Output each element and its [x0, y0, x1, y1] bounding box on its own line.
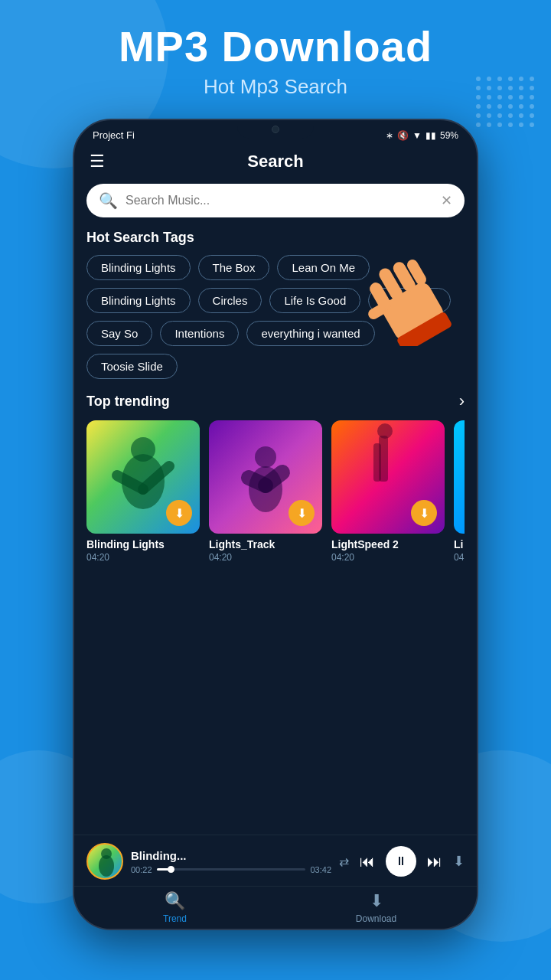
search-bar[interactable]: 🔍 ✕ [86, 184, 465, 217]
tags-grid: Blinding Lights The Box Lean On Me Blind… [86, 255, 465, 379]
bluetooth-icon: ∗ [386, 130, 393, 141]
trending-header: Top trending › [86, 391, 465, 411]
content-area: Hot Search Tags Blinding Lights The Box … [74, 230, 477, 563]
play-pause-button[interactable]: ⏸ [386, 846, 416, 877]
player-download-button[interactable]: ⬇ [453, 853, 465, 870]
vibrate-icon: 🔇 [397, 130, 409, 141]
tag-adore-you[interactable]: Adore You [368, 288, 450, 313]
app-sub-title: Hot Mp3 Search [31, 75, 520, 99]
progress-fill [157, 868, 171, 871]
trending-duration-2: 04:20 [209, 552, 322, 563]
download-label: Download [356, 913, 396, 924]
trending-name-1: Blinding Lights [86, 538, 200, 550]
tag-say-so[interactable]: Say So [86, 321, 152, 346]
wifi-icon: ▼ [412, 130, 422, 141]
player-main: Blinding... 00:22 03:42 ⇄ ⏮ ⏸ ⏭ ⬇ [86, 843, 465, 880]
download-btn-1[interactable]: ⬇ [166, 500, 192, 526]
trend-icon: 🔍 [165, 891, 185, 911]
trending-thumb-3: ⬇ [331, 420, 445, 534]
svg-rect-16 [373, 443, 381, 482]
trending-duration-1: 04:20 [86, 552, 200, 563]
signal-icon: ▮▮ [425, 130, 436, 141]
download-icon: ⬇ [370, 891, 383, 911]
trending-thumb-1: ⬇ [86, 420, 200, 534]
player-info: Blinding... 00:22 03:42 [131, 849, 331, 874]
prev-button[interactable]: ⏮ [360, 853, 375, 871]
status-icons: ∗ 🔇 ▼ ▮▮ 59% [386, 130, 458, 141]
app-main-title: MP3 Download [31, 23, 520, 70]
svg-line-14 [266, 472, 282, 485]
tag-circles[interactable]: Circles [198, 288, 262, 313]
hot-tags-title: Hot Search Tags [86, 230, 465, 246]
tag-toosie-slide[interactable]: Toosie Slide [86, 354, 178, 379]
trending-duration-4: 04:20 [454, 552, 465, 563]
search-input[interactable] [126, 194, 433, 207]
shuffle-button[interactable]: ⇄ [339, 854, 349, 869]
player-album-art [86, 843, 123, 880]
svg-point-17 [377, 423, 393, 439]
trending-card-4[interactable]: ⬇ Li 04:20 [454, 420, 465, 563]
trending-card-3[interactable]: ⬇ LightSpeed 2 04:20 [331, 420, 445, 563]
progress-bar[interactable] [157, 868, 306, 871]
tag-life-is-good[interactable]: Life Is Good [269, 288, 360, 313]
next-button[interactable]: ⏭ [427, 853, 442, 871]
svg-point-19 [101, 848, 112, 859]
page-title: Search [247, 152, 303, 172]
trending-thumb-4: ⬇ [454, 420, 465, 534]
tag-blinding-lights-1[interactable]: Blinding Lights [86, 255, 191, 280]
tag-everything-i-wanted[interactable]: everything i wanted [246, 321, 374, 346]
nav-download[interactable]: ⬇ Download [276, 887, 477, 929]
trending-title: Top trending [86, 394, 170, 410]
tag-blinding-lights-2[interactable]: Blinding Lights [86, 288, 191, 313]
trending-more-button[interactable]: › [459, 391, 465, 411]
trending-card-2[interactable]: ⬇ Lights_Track 04:20 [209, 420, 322, 563]
trending-duration-3: 04:20 [331, 552, 445, 563]
trending-name-3: LightSpeed 2 [331, 538, 445, 550]
tag-intentions[interactable]: Intentions [160, 321, 239, 346]
trending-list: ⬇ Blinding Lights 04:20 ⬇ Lights_Track [86, 420, 465, 563]
download-btn-3[interactable]: ⬇ [411, 500, 437, 526]
total-time: 03:42 [310, 865, 331, 874]
progress-dot [168, 866, 174, 873]
app-bar: ☰ Search [74, 145, 477, 181]
trending-thumb-2: ⬇ [209, 420, 322, 534]
player-controls: ⇄ ⏮ ⏸ ⏭ ⬇ [339, 846, 465, 877]
current-time: 00:22 [131, 865, 152, 874]
phone-frame: Project Fi ∗ 🔇 ▼ ▮▮ 59% ☰ Search 🔍 ✕ [73, 119, 478, 930]
phone-notch [237, 120, 314, 139]
search-icon: 🔍 [99, 191, 118, 210]
tag-the-box[interactable]: The Box [198, 255, 270, 280]
player-progress-row: 00:22 03:42 [131, 865, 331, 874]
battery-text: 59% [440, 130, 458, 141]
player-title: Blinding... [131, 849, 331, 862]
camera-dot [272, 126, 279, 133]
top-header: MP3 Download Hot Mp3 Search [0, 0, 551, 114]
svg-point-12 [255, 446, 276, 468]
tag-lean-on-me[interactable]: Lean On Me [277, 255, 370, 280]
clear-icon[interactable]: ✕ [441, 192, 452, 209]
download-btn-2[interactable]: ⬇ [289, 500, 315, 526]
svg-point-8 [131, 437, 155, 462]
trend-label: Trend [163, 913, 187, 924]
menu-button[interactable]: ☰ [90, 152, 105, 172]
nav-trend[interactable]: 🔍 Trend [74, 887, 276, 929]
bottom-nav: 🔍 Trend ⬇ Download [74, 886, 477, 929]
player-bar: Blinding... 00:22 03:42 ⇄ ⏮ ⏸ ⏭ ⬇ [74, 835, 477, 886]
trending-name-2: Lights_Track [209, 538, 322, 550]
carrier-text: Project Fi [93, 129, 135, 141]
trending-name-4: Li [454, 538, 465, 550]
trending-card-1[interactable]: ⬇ Blinding Lights 04:20 [86, 420, 200, 563]
